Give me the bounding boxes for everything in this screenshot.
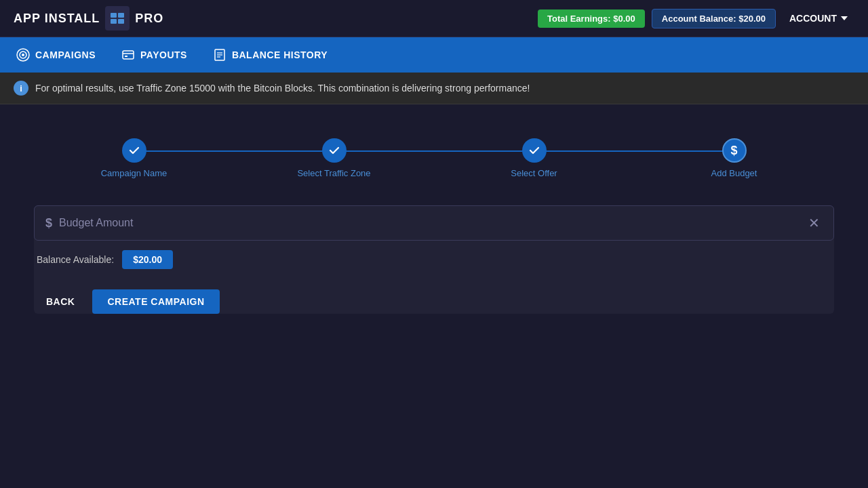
budget-amount-input[interactable] — [59, 217, 806, 229]
account-label: ACCOUNT — [789, 13, 837, 24]
info-icon: i — [14, 81, 28, 96]
back-button[interactable]: BACK — [37, 289, 84, 314]
balance-available-label: Balance Available: — [37, 254, 114, 265]
balance-value-button[interactable]: $20.00 — [122, 250, 173, 269]
top-header: APP iNSTALL PRO Total Earnings: $0.00 Ac… — [0, 0, 868, 37]
create-campaign-button[interactable]: CREATE CAMPAIGN — [92, 289, 219, 314]
step-2-circle — [322, 138, 347, 163]
nav-balance-history[interactable]: BALANCE HISTORY — [210, 44, 330, 66]
logo-text-1: APP iNSTALL — [14, 12, 100, 26]
budget-form: $ ✕ Balance Available: $20.00 BACK CREAT… — [34, 205, 834, 314]
step-4-circle: $ — [722, 138, 747, 163]
step-3-label: Select Offer — [511, 168, 557, 178]
stepper: Campaign Name Select Traffic Zone Select… — [34, 125, 834, 205]
step-1-circle — [122, 138, 146, 163]
step-4-label: Add Budget — [711, 168, 757, 178]
balance-label: Account Balance: — [662, 14, 736, 24]
budget-input-row[interactable]: $ ✕ — [34, 205, 834, 241]
logo-area: APP iNSTALL PRO — [14, 6, 163, 30]
payouts-icon — [121, 48, 135, 62]
svg-rect-2 — [111, 19, 117, 24]
info-banner: i For optimal results, use Traffic Zone … — [0, 73, 868, 104]
svg-rect-3 — [118, 19, 124, 24]
campaigns-label: CAMPAIGNS — [35, 49, 96, 60]
account-dropdown[interactable]: ACCOUNT — [783, 9, 854, 28]
balance-value: $20.00 — [738, 14, 766, 24]
action-buttons: BACK CREATE CAMPAIGN — [34, 289, 834, 314]
step-3-circle — [522, 138, 547, 163]
step-2-label: Select Traffic Zone — [297, 168, 370, 178]
balance-history-label: BALANCE HISTORY — [232, 49, 328, 60]
balance-row: Balance Available: $20.00 — [34, 250, 834, 269]
step-select-offer: Select Offer — [434, 138, 634, 178]
nav-campaigns[interactable]: CAMPAIGNS — [14, 44, 98, 66]
svg-rect-0 — [111, 13, 117, 18]
svg-rect-7 — [123, 51, 134, 59]
step-campaign-name: Campaign Name — [34, 138, 234, 178]
clear-budget-button[interactable]: ✕ — [806, 212, 823, 234]
earnings-value: $0.00 — [613, 14, 635, 24]
step-2-line — [334, 150, 534, 152]
header-right: Total Earnings: $0.00 Account Balance: $… — [538, 9, 854, 28]
balance-history-icon — [213, 48, 226, 62]
campaigns-icon — [16, 48, 30, 62]
earnings-label: Total Earnings: — [547, 14, 611, 24]
logo-text-2: PRO — [135, 12, 163, 26]
step-3-line — [534, 150, 734, 152]
svg-point-6 — [22, 54, 24, 56]
nav-payouts[interactable]: PAYOUTS — [119, 44, 190, 66]
logo-icon — [105, 6, 130, 30]
info-message: For optimal results, use Traffic Zone 15… — [35, 83, 530, 94]
svg-rect-9 — [125, 56, 127, 57]
chevron-down-icon — [841, 16, 848, 20]
budget-dollar-icon: $ — [45, 216, 52, 230]
total-earnings-badge: Total Earnings: $0.00 — [538, 9, 645, 28]
dollar-icon: $ — [730, 144, 737, 158]
svg-rect-1 — [118, 13, 124, 18]
step-add-budget: $ Add Budget — [634, 138, 834, 178]
account-balance-badge: Account Balance: $20.00 — [652, 9, 776, 28]
nav-bar: CAMPAIGNS PAYOUTS BALANCE HISTORY — [0, 37, 868, 73]
step-1-line — [134, 150, 334, 152]
step-traffic-zone: Select Traffic Zone — [234, 138, 434, 178]
main-content: Campaign Name Select Traffic Zone Select… — [0, 104, 868, 334]
step-1-label: Campaign Name — [101, 168, 167, 178]
payouts-label: PAYOUTS — [140, 49, 187, 60]
